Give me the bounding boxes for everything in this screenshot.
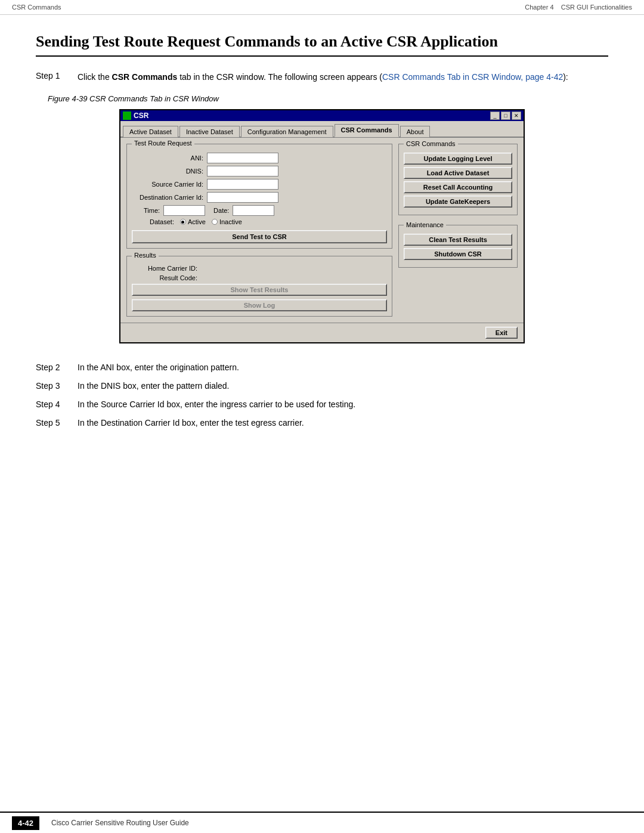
minimize-button[interactable]: _ xyxy=(490,112,500,120)
load-active-dataset-button[interactable]: Load Active Dataset xyxy=(404,167,512,179)
dest-carrier-row: Destination Carrier Id: xyxy=(132,192,387,203)
guide-title: Cisco Carrier Sensitive Routing User Gui… xyxy=(51,819,189,827)
test-route-request-title: Test Route Request xyxy=(132,140,194,147)
update-gatekeepers-button[interactable]: Update GateKeepers xyxy=(404,196,512,208)
result-code-label: Result Code: xyxy=(132,274,197,281)
time-input[interactable] xyxy=(163,205,205,216)
time-date-row: Time: Date: xyxy=(144,205,387,216)
tab-config-management[interactable]: Configuration Management xyxy=(241,126,333,137)
dest-carrier-label: Destination Carrier Id: xyxy=(132,194,203,201)
test-route-request-group: Test Route Request ANI: DNIS: Source Car… xyxy=(126,144,392,249)
left-panel: Test Route Request ANI: DNIS: Source Car… xyxy=(126,144,392,317)
results-title: Results xyxy=(132,252,159,259)
page-title: Sending Test Route Request Commands to a… xyxy=(36,33,608,57)
inactive-radio[interactable] xyxy=(212,219,218,225)
csr-commands-group-title: CSR Commands xyxy=(404,140,458,147)
dnis-label: DNIS: xyxy=(132,168,203,175)
results-group: Results Home Carrier ID: Result Code: Sh… xyxy=(126,256,392,317)
tab-about[interactable]: About xyxy=(400,126,431,137)
maintenance-group-title: Maintenance xyxy=(404,221,446,228)
dnis-row: DNIS: xyxy=(132,166,387,176)
inactive-radio-text: Inactive xyxy=(219,218,242,225)
csr-commands-group: CSR Commands Update Logging Level Load A… xyxy=(398,144,518,215)
step-4-label: Step 4 xyxy=(36,398,78,411)
page-number: 4-42 xyxy=(12,816,39,830)
clean-test-results-button[interactable]: Clean Test Results xyxy=(404,234,512,246)
dataset-label: Dataset: xyxy=(150,218,174,225)
close-button[interactable]: ✕ xyxy=(512,112,521,120)
exit-button[interactable]: Exit xyxy=(485,327,518,339)
csr-titlebar: CSR _ □ ✕ xyxy=(120,110,524,121)
step-2-row: Step 2 In the ANI box, enter the origina… xyxy=(36,361,608,374)
show-test-results-button[interactable]: Show Test Results xyxy=(132,284,387,296)
dataset-row: Dataset: Active Inactive xyxy=(150,218,387,225)
step-2-label: Step 2 xyxy=(36,361,78,374)
time-label: Time: xyxy=(144,207,160,214)
inactive-radio-label[interactable]: Inactive xyxy=(212,218,242,225)
date-label: Date: xyxy=(213,207,229,214)
ani-input[interactable] xyxy=(207,153,278,163)
result-code-row: Result Code: xyxy=(132,274,387,281)
ani-row: ANI: xyxy=(132,153,387,163)
show-log-button[interactable]: Show Log xyxy=(132,299,387,311)
steps-section: Step 2 In the ANI box, enter the origina… xyxy=(36,361,608,429)
right-panel: CSR Commands Update Logging Level Load A… xyxy=(398,144,518,317)
maximize-button[interactable]: □ xyxy=(501,112,510,120)
figure-caption: Figure 4-39 CSR Commands Tab in CSR Wind… xyxy=(48,94,608,103)
step-3-text: In the DNIS box, enter the pattern diale… xyxy=(78,380,608,392)
csr-body: Test Route Request ANI: DNIS: Source Car… xyxy=(120,138,524,323)
chapter-info: Chapter 4 CSR GUI Functionalities xyxy=(525,4,632,11)
tab-csr-commands[interactable]: CSR Commands xyxy=(335,124,399,137)
csr-window-title: CSR xyxy=(123,112,148,120)
send-test-button[interactable]: Send Test to CSR xyxy=(132,230,387,243)
ani-label: ANI: xyxy=(132,154,203,162)
source-carrier-label: Source Carrier Id: xyxy=(132,181,203,188)
csr-window: CSR _ □ ✕ Active Dataset Inactive Datase… xyxy=(119,109,525,343)
step-5-label: Step 5 xyxy=(36,417,78,429)
step-4-row: Step 4 In the Source Carrier Id box, ent… xyxy=(36,398,608,411)
home-carrier-row: Home Carrier ID: xyxy=(132,265,387,272)
step-2-text: In the ANI box, enter the origination pa… xyxy=(78,361,608,374)
tab-bar: Active Dataset Inactive Dataset Configur… xyxy=(120,121,524,138)
csr-commands-tab-link[interactable]: CSR Commands Tab in CSR Window, page 4-4… xyxy=(382,72,563,82)
main-content: Sending Test Route Request Commands to a… xyxy=(0,15,644,459)
maintenance-group: Maintenance Clean Test Results Shutdown … xyxy=(398,225,518,268)
win-controls: _ □ ✕ xyxy=(490,112,521,120)
shutdown-csr-button[interactable]: Shutdown CSR xyxy=(404,248,512,260)
date-input[interactable] xyxy=(233,205,274,216)
step-3-row: Step 3 In the DNIS box, enter the patter… xyxy=(36,380,608,392)
window-footer: Exit xyxy=(120,323,524,342)
step-1-text: Click the CSR Commands tab in the CSR wi… xyxy=(78,71,608,83)
home-carrier-label: Home Carrier ID: xyxy=(132,265,197,272)
active-radio-label[interactable]: Active xyxy=(180,218,206,225)
step-1-label: Step 1 xyxy=(36,71,78,80)
tab-inactive-dataset[interactable]: Inactive Dataset xyxy=(179,126,240,137)
dnis-input[interactable] xyxy=(207,166,278,176)
update-logging-level-button[interactable]: Update Logging Level xyxy=(404,153,512,165)
step-1-block: Step 1 Click the CSR Commands tab in the… xyxy=(36,71,608,83)
step-3-label: Step 3 xyxy=(36,380,78,392)
breadcrumb: CSR Commands xyxy=(12,4,61,11)
source-carrier-input[interactable] xyxy=(207,179,278,190)
dest-carrier-input[interactable] xyxy=(207,192,278,203)
top-bar: CSR Commands Chapter 4 CSR GUI Functiona… xyxy=(0,0,644,15)
step-4-text: In the Source Carrier Id box, enter the … xyxy=(78,398,608,411)
bottom-bar: 4-42 Cisco Carrier Sensitive Routing Use… xyxy=(0,812,644,833)
step-5-text: In the Destination Carrier Id box, enter… xyxy=(78,417,608,429)
tab-active-dataset[interactable]: Active Dataset xyxy=(123,126,178,137)
csr-icon xyxy=(123,112,131,120)
step-5-row: Step 5 In the Destination Carrier Id box… xyxy=(36,417,608,429)
reset-call-accounting-button[interactable]: Reset Call Accounting xyxy=(404,181,512,193)
active-radio-text: Active xyxy=(188,218,206,225)
source-carrier-row: Source Carrier Id: xyxy=(132,179,387,190)
active-radio[interactable] xyxy=(180,219,186,225)
